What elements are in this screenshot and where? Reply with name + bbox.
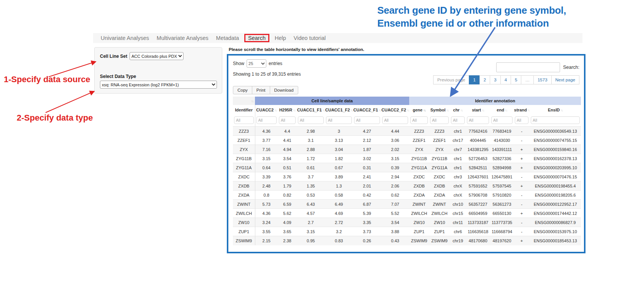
pagination-ellipsis[interactable]: … — [521, 75, 534, 84]
previous-page-button[interactable]: Previous page — [433, 75, 470, 84]
sort-icon: ↑↓ — [323, 109, 325, 112]
table-cell: 48170680 — [466, 236, 490, 245]
show-label: Show — [233, 61, 244, 66]
table-cell: 4.41 — [278, 136, 297, 145]
table-cell: ZSWIM9 — [429, 236, 450, 245]
blue-annotation: Search gene ID by entering gene symbol, … — [377, 4, 590, 30]
filter-input-end[interactable] — [491, 116, 513, 124]
table-cell: 4004445 — [466, 136, 490, 145]
table-cell: 113773735 — [490, 218, 514, 227]
filter-input-gene[interactable] — [410, 116, 428, 124]
print-button[interactable]: Print — [252, 86, 270, 94]
page-length-select[interactable]: 25 — [247, 59, 266, 68]
nav-item-univariate-analyses[interactable]: Univariate Analyses — [97, 34, 153, 42]
table-cell: 1.3 — [325, 181, 353, 191]
table-cell: ZXDB — [429, 181, 450, 191]
nav-item-help[interactable]: Help — [271, 34, 290, 42]
table-cell: ZXDC — [409, 172, 429, 181]
data-table: ↑↓ Cell line/sample data Identifier anno… — [233, 97, 581, 245]
filter-input-cuacc1-f1[interactable] — [298, 116, 324, 124]
page-button-4[interactable]: 4 — [500, 75, 511, 84]
download-button[interactable]: Download — [270, 86, 298, 94]
column-header-symbol[interactable]: Symbol↑↓ — [429, 105, 450, 115]
column-header-start[interactable]: start↑↓ — [466, 105, 490, 115]
column-header-cuacc2-f1[interactable]: CUACC2_F1↑↓ — [353, 105, 381, 115]
filter-input-ensid[interactable] — [531, 116, 580, 124]
filter-input-cuacc2-f2[interactable] — [382, 116, 408, 124]
table-cell: ZZEF1 — [429, 136, 450, 145]
table-cell: ZXDC — [429, 172, 450, 181]
group-header-sample-data: Cell line/sample data — [255, 97, 409, 105]
sort-icon: ↑↓ — [505, 109, 507, 112]
table-cell: 3.35 — [353, 218, 381, 227]
filter-input-cuacc1-f2[interactable] — [326, 116, 352, 124]
table-cell: ZYG11A — [233, 163, 255, 172]
filter-input-identifier[interactable] — [234, 116, 254, 124]
filter-input-cuacc2-f1[interactable] — [354, 116, 380, 124]
table-cell: 3.15 — [381, 154, 409, 163]
column-header-cuacc1-f1[interactable]: CUACC1_F1↑↓ — [297, 105, 325, 115]
filter-input-symbol[interactable] — [430, 116, 449, 124]
filter-input-chr[interactable] — [451, 116, 465, 124]
table-cell: ZZZ3 — [429, 127, 450, 136]
filter-input-h295r[interactable] — [279, 116, 296, 124]
search-input[interactable] — [496, 62, 560, 72]
table-cell: chr15 — [450, 209, 466, 218]
column-header-gene[interactable]: gene↑↓ — [409, 105, 429, 115]
table-cell: chr7 — [450, 145, 466, 154]
nav-item-search[interactable]: Search — [244, 34, 269, 42]
table-cell: ENSG00000074755.15 — [530, 136, 581, 145]
copy-button[interactable]: Copy — [233, 86, 252, 94]
column-header-strand[interactable]: strand↑↓ — [514, 105, 530, 115]
page-button-2[interactable]: 2 — [479, 75, 490, 84]
filter-input-strand[interactable] — [515, 116, 528, 124]
table-cell: 0.95 — [297, 236, 325, 245]
table-cell: ZYG11A — [429, 163, 450, 172]
group-header-blank[interactable]: ↑↓ — [233, 97, 255, 105]
column-header-cuacc2-f2[interactable]: CUACC2_F2↑↓ — [381, 105, 409, 115]
data-type-label: Select Data Type — [100, 74, 217, 79]
table-cell: ZZZ3 — [409, 127, 429, 136]
page-button-1[interactable]: 1 — [469, 75, 479, 84]
table-cell: 57597545 — [490, 181, 514, 191]
table-cell: 113733187 — [466, 218, 490, 227]
data-type-select[interactable]: xsq: RNA-seq Expression (log2 FPKM+1) — [100, 81, 217, 89]
filter-cell — [353, 115, 381, 127]
filter-input-start[interactable] — [467, 116, 489, 124]
column-header-chr[interactable]: chr↑↓ — [450, 105, 466, 115]
table-cell: 3.54 — [381, 218, 409, 227]
column-header-cuacc2[interactable]: CUACC2↑↓ — [255, 105, 278, 115]
column-header-identifier[interactable]: Identifier — [233, 105, 255, 115]
table-cell: 0.8 — [255, 191, 278, 200]
table-row-zyx: ZYX7.164.942.883.041.872.02ZYXZYXchr7143… — [233, 145, 581, 154]
page-button-1573[interactable]: 1573 — [533, 75, 552, 84]
table-cell: chr1 — [450, 127, 466, 136]
table-cell: 1.82 — [325, 154, 353, 163]
next-page-button[interactable]: Next page — [551, 75, 579, 84]
cell-line-set-select[interactable]: ACC Colorado plus PDX — [130, 52, 184, 60]
table-cell: 4143030 — [490, 136, 514, 145]
table-cell: 2.01 — [353, 181, 381, 191]
red-annotation-data-source: 1-Specify data source — [4, 75, 90, 84]
page-button-5[interactable]: 5 — [511, 75, 521, 84]
filter-input-cuacc2[interactable] — [256, 116, 277, 124]
table-cell: 143381295 — [466, 145, 490, 154]
table-cell: ZXDB — [409, 181, 429, 191]
table-cell: 52827336 — [490, 154, 514, 163]
page-button-3[interactable]: 3 — [490, 75, 500, 84]
nav-item-multivariate-analyses[interactable]: Multivariate Analyses — [153, 34, 212, 42]
column-header-end[interactable]: end↑↓ — [490, 105, 514, 115]
nav-item-video-tutorial[interactable]: Video tutorial — [290, 34, 329, 42]
column-header-cuacc1-f2[interactable]: CUACC1_F2↑↓ — [325, 105, 353, 115]
table-cell: 0.64 — [255, 163, 278, 172]
column-header-h295r[interactable]: H295R↑↓ — [278, 105, 297, 115]
table-cell: 4.36 — [255, 127, 278, 136]
table-cell: 2.12 — [353, 136, 381, 145]
table-cell: chrX — [450, 181, 466, 191]
table-cell: 4.09 — [278, 218, 297, 227]
sort-icon: ↑↓ — [460, 109, 463, 112]
nav-item-metadata[interactable]: Metadata — [212, 34, 243, 42]
filter-cell — [530, 115, 581, 127]
column-header-ensid[interactable]: EnsID↑↓ — [530, 105, 581, 115]
table-cell: 3.2 — [325, 227, 353, 236]
